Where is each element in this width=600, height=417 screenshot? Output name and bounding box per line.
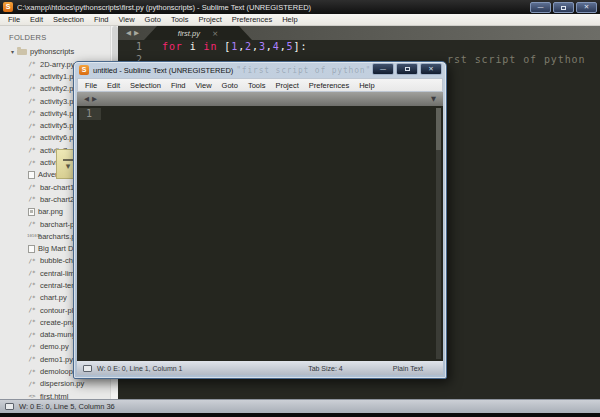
inner-tab-nav-arrows[interactable]: ◀▶ bbox=[84, 95, 100, 103]
menu-find[interactable]: Find bbox=[89, 15, 114, 24]
inner-window: S untitled - Sublime Text (UNREGISTERED)… bbox=[73, 61, 447, 379]
menu-selection[interactable]: Selection bbox=[48, 15, 89, 24]
inner-gutter-line-number: 1 bbox=[86, 108, 92, 120]
file-label: contour-plo bbox=[40, 306, 78, 315]
inner-editor-scrollbar[interactable] bbox=[436, 108, 441, 359]
py-file-icon: /* bbox=[27, 85, 37, 93]
inner-menu-goto[interactable]: Goto bbox=[217, 81, 243, 90]
py-file-icon: /* bbox=[27, 183, 37, 191]
inner-tab-dropdown-icon[interactable]: ▼ bbox=[431, 95, 436, 103]
file-label: activity1.py bbox=[40, 72, 77, 81]
outer-status-page-icon bbox=[5, 403, 14, 410]
inner-minimize-icon[interactable]: — bbox=[372, 63, 394, 75]
inner-menu-preferences[interactable]: Preferences bbox=[304, 81, 354, 90]
inner-status-tab-size[interactable]: Tab Size: 4 bbox=[308, 365, 343, 372]
py-file-icon: /* bbox=[27, 318, 37, 326]
doc-file-icon bbox=[28, 245, 35, 253]
inner-restore-icon[interactable] bbox=[396, 63, 418, 75]
bin-file-icon: 101011 bbox=[27, 234, 35, 238]
inner-status-page-icon bbox=[83, 365, 92, 372]
doc-file-icon bbox=[28, 171, 35, 179]
desktop-screen: S C:\xampp\htdocs\pythonscripts\first.py… bbox=[0, 0, 600, 417]
folders-header: FOLDERS bbox=[0, 26, 110, 45]
inner-close-icon[interactable]: ✕ bbox=[420, 63, 442, 75]
py-file-icon: /* bbox=[27, 122, 37, 130]
restore-icon[interactable] bbox=[553, 2, 574, 13]
tab-back-icon[interactable]: ◀ bbox=[126, 29, 134, 37]
inner-menu-selection[interactable]: Selection bbox=[125, 81, 166, 90]
py-file-icon: /* bbox=[27, 343, 37, 351]
inner-tab-back-icon[interactable]: ◀ bbox=[84, 95, 92, 103]
menu-goto[interactable]: Goto bbox=[140, 15, 166, 24]
tab-bar: ◀▶ first.py × bbox=[118, 26, 600, 40]
inner-menu-bar: FileEditSelectionFindViewGotoToolsProjec… bbox=[77, 78, 443, 92]
file-label: bubble-cha bbox=[40, 256, 77, 265]
inner-menu-help[interactable]: Help bbox=[354, 81, 379, 90]
file-label: barcharts.p bbox=[38, 232, 76, 241]
tab-nav-arrows[interactable]: ◀▶ bbox=[126, 29, 142, 37]
tree-expand-icon[interactable]: ▾ bbox=[11, 48, 14, 55]
restore-glyph bbox=[561, 6, 566, 10]
file-label: activity3.py bbox=[40, 97, 77, 106]
menu-tools[interactable]: Tools bbox=[166, 15, 194, 24]
code-line-1[interactable]: 1for i in [1,2,3,4,5]: bbox=[118, 40, 600, 53]
menu-help[interactable]: Help bbox=[277, 15, 302, 24]
inner-status-syntax[interactable]: Plain Text bbox=[393, 365, 423, 372]
sidebar-file-first-html[interactable]: <>first.html bbox=[0, 390, 110, 399]
file-label: activity4.py bbox=[40, 109, 77, 118]
minimize-icon[interactable]: — bbox=[530, 2, 551, 13]
outer-window-title: C:\xampp\htdocs\pythonscripts\first.py (… bbox=[17, 3, 526, 12]
inner-menu-file[interactable]: File bbox=[80, 81, 102, 90]
inner-menu-view[interactable]: View bbox=[190, 81, 216, 90]
inner-menu-edit[interactable]: Edit bbox=[102, 81, 125, 90]
img-file-icon bbox=[28, 208, 35, 216]
sidebar-folder-pythonscripts[interactable]: ▾ pythonscripts bbox=[0, 45, 110, 58]
file-label: create-png bbox=[40, 318, 76, 327]
sublime-logo-icon: S bbox=[3, 2, 13, 12]
menu-preferences[interactable]: Preferences bbox=[227, 15, 277, 24]
file-label: dispersion.py bbox=[40, 379, 84, 388]
py-file-icon: /* bbox=[27, 306, 37, 314]
py-file-icon: /* bbox=[27, 97, 37, 105]
outer-menu-bar: FileEditSelectionFindViewGotoToolsProjec… bbox=[0, 14, 600, 26]
tab-first-py[interactable]: first.py × bbox=[144, 26, 252, 40]
file-label: Big Mart Da bbox=[38, 244, 78, 253]
tab-forward-icon[interactable]: ▶ bbox=[134, 29, 142, 37]
file-label: first.html bbox=[40, 392, 68, 399]
menu-project[interactable]: Project bbox=[193, 15, 226, 24]
file-label: central-ten bbox=[40, 281, 75, 290]
cursor-arrow-icon: ▾ bbox=[66, 162, 71, 170]
menu-view[interactable]: View bbox=[113, 15, 139, 24]
close-icon[interactable]: ✕ bbox=[576, 2, 597, 13]
inner-tab-forward-icon[interactable]: ▶ bbox=[92, 95, 100, 103]
py-file-icon: /* bbox=[27, 257, 37, 265]
tab-label: first.py bbox=[178, 29, 200, 38]
inner-menu-find[interactable]: Find bbox=[166, 81, 191, 90]
py-file-icon: /* bbox=[27, 331, 37, 339]
sidebar-file-dispersion-py[interactable]: /*dispersion.py bbox=[0, 378, 110, 390]
tab-close-icon[interactable]: × bbox=[212, 30, 218, 37]
folder-name: pythonscripts bbox=[30, 47, 74, 56]
html-file-icon: <> bbox=[27, 392, 37, 399]
inner-menu-tools[interactable]: Tools bbox=[243, 81, 271, 90]
py-file-icon: /* bbox=[27, 72, 37, 80]
py-file-icon: /* bbox=[27, 220, 37, 228]
inner-code-view[interactable]: 1 bbox=[77, 106, 443, 361]
occluded-code-text: rst script of python bbox=[447, 53, 585, 66]
bottom-strip bbox=[0, 413, 600, 417]
inner-tab-bar: ◀▶ ▼ bbox=[77, 92, 443, 106]
file-label: 2D-arry.py bbox=[40, 60, 74, 69]
menu-edit[interactable]: Edit bbox=[25, 15, 48, 24]
file-label: barchart-pr bbox=[40, 220, 77, 229]
inner-editor-scroll-thumb[interactable] bbox=[436, 108, 441, 150]
py-file-icon: /* bbox=[27, 159, 37, 167]
py-file-icon: /* bbox=[27, 380, 37, 388]
py-file-icon: /* bbox=[27, 134, 37, 142]
file-label: demo1.py bbox=[40, 355, 73, 364]
inner-menu-project[interactable]: Project bbox=[270, 81, 303, 90]
file-label: data-mungi bbox=[40, 330, 78, 339]
inner-titlebar[interactable]: S untitled - Sublime Text (UNREGISTERED)… bbox=[77, 62, 443, 78]
menu-file[interactable]: File bbox=[3, 15, 25, 24]
py-file-icon: /* bbox=[27, 195, 37, 203]
gutter-line-number: 1 bbox=[118, 40, 142, 53]
